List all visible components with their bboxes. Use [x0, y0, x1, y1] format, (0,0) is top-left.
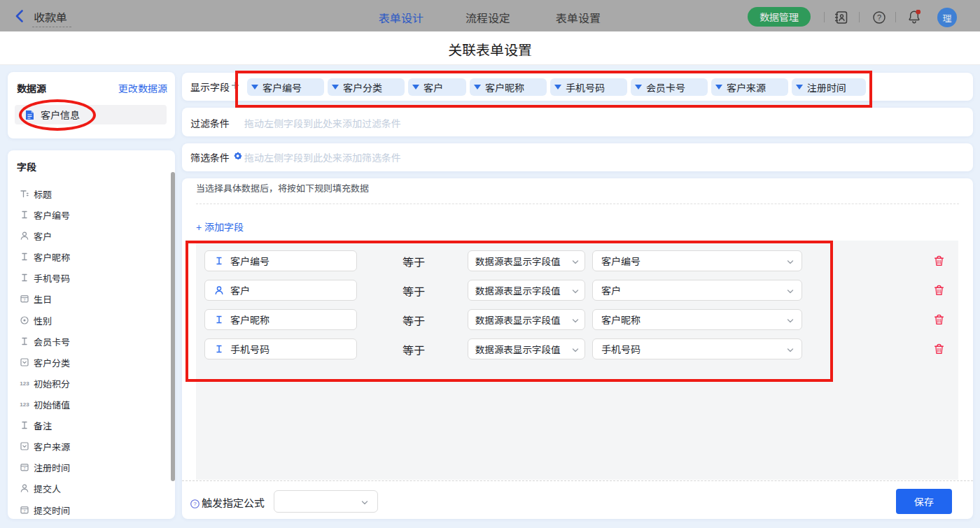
svg-text:7: 7	[23, 466, 25, 471]
svg-text:7: 7	[23, 509, 25, 513]
svg-text:?: ?	[193, 501, 197, 507]
svg-text:?: ?	[877, 13, 881, 22]
svg-text:7: 7	[23, 298, 25, 302]
